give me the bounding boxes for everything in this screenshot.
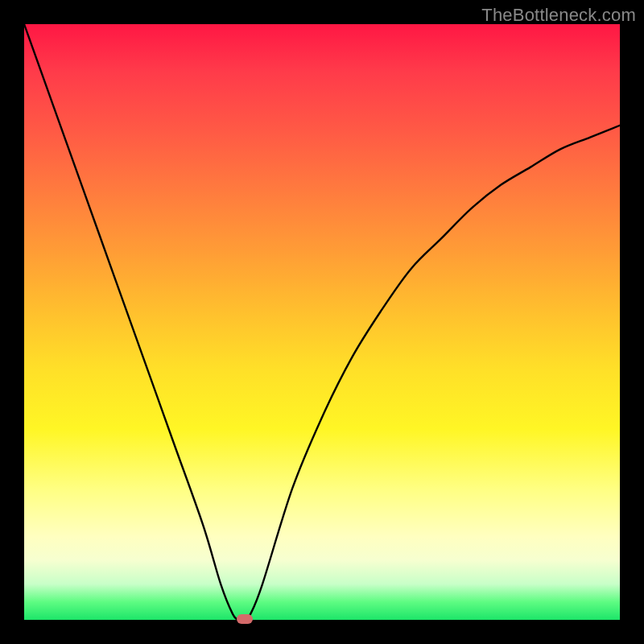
watermark-text: TheBottleneck.com bbox=[481, 5, 636, 26]
curve-svg bbox=[24, 24, 620, 620]
minimum-marker bbox=[237, 614, 253, 624]
bottleneck-curve-path bbox=[24, 24, 620, 620]
plot-area bbox=[24, 24, 620, 620]
chart-frame: TheBottleneck.com bbox=[0, 0, 644, 644]
